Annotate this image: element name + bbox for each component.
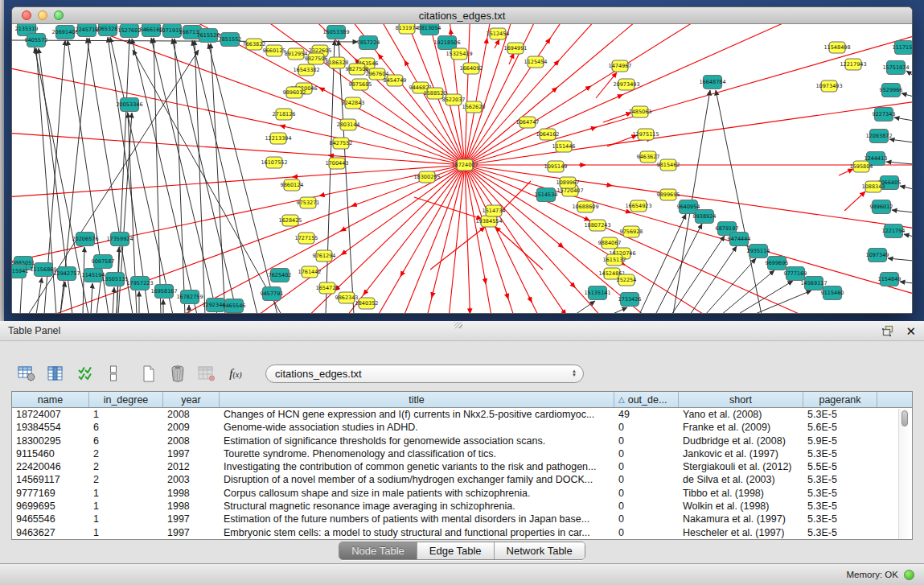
table-cell: 9463627 [12, 526, 89, 539]
graph-edge-black [889, 139, 912, 142]
graph-node-label: 20053346 [116, 101, 142, 108]
graph-node-label: 12217943 [840, 61, 866, 68]
graph-edge-black [737, 281, 793, 313]
table-cell: 19384554 [12, 421, 89, 434]
hub-ray-arrow [571, 282, 575, 287]
hub-ray-arrow [507, 293, 508, 299]
graph-edge-red [495, 39, 499, 48]
table-cell: 14569117 [12, 473, 89, 486]
hub-ray-arrow [555, 60, 559, 65]
network-canvas[interactable]: 2135319940557220691406224571910653287152… [12, 24, 912, 313]
table-cell: 2012 [163, 460, 220, 473]
traffic-lights [22, 10, 64, 20]
tab-edge-table[interactable]: Edge Table [417, 542, 494, 559]
graph-node-label: 1512454 [487, 31, 510, 37]
zoom-window-button[interactable] [54, 10, 64, 20]
hub-ray-arrow [340, 228, 346, 231]
graph-node-label: 12093872 [865, 133, 892, 139]
table-vertical-scrollbar[interactable] [898, 409, 910, 539]
column-header-name[interactable]: name [12, 392, 89, 407]
table-cell: 2 [89, 473, 163, 486]
hub-ray-arrow [450, 29, 451, 35]
table-cell: 9115460 [12, 447, 89, 460]
graph-node-label: 9753271 [297, 200, 320, 206]
table-selector-dropdown[interactable]: citations_edges.txt ▲▼ [265, 365, 584, 383]
column-header-short[interactable]: short [679, 392, 803, 407]
delete-table-button[interactable] [167, 364, 188, 383]
table-row[interactable]: 1938455462009Genome-wide association stu… [12, 421, 912, 434]
table-settings-button[interactable] [16, 364, 37, 383]
table-cell: Structural magnetic resonance image aver… [220, 500, 614, 513]
graph-node-label: 20206576 [72, 236, 98, 242]
table-row[interactable]: 946362711997Embryonic stem cells: a mode… [12, 526, 912, 539]
graph-edge-black [611, 307, 627, 313]
close-window-button[interactable] [22, 10, 31, 20]
table-cell: 0 [614, 487, 679, 500]
table-cell: 22420046 [12, 460, 89, 473]
table-panel-titlebar[interactable]: Table Panel ✕ [0, 321, 924, 341]
graph-node-label: 2803144 [337, 122, 360, 128]
tab-node-table[interactable]: Node Table [339, 542, 417, 559]
graph-node-label: 1562620 [462, 104, 486, 110]
table-row[interactable]: 969969511998Structural magnetic resonanc… [12, 500, 912, 513]
table-row[interactable]: 1872400712008Changes of HCN gene express… [12, 408, 912, 421]
table-row[interactable]: 911546021997Tourette syndrome. Phenomeno… [12, 447, 912, 460]
table-cell: 2008 [163, 435, 220, 447]
hub-ray-arrow [529, 297, 532, 303]
scrollbar-thumb[interactable] [901, 410, 908, 426]
network-window-titlebar[interactable]: citations_edges.txt [12, 7, 912, 24]
minimize-window-button[interactable] [38, 10, 47, 20]
float-panel-button[interactable] [882, 325, 894, 336]
column-header-title[interactable]: title [220, 392, 614, 407]
graph-node-label: 9242843 [342, 100, 365, 106]
column-header-in_degree[interactable]: in_degree [89, 392, 163, 407]
table-row[interactable]: 2242004622012Investigating the contribut… [12, 460, 912, 473]
column-visibility-button[interactable] [45, 364, 66, 383]
table-cell: 1997 [163, 513, 220, 525]
column-header-label: in_degree [104, 394, 149, 406]
close-panel-button[interactable]: ✕ [906, 325, 916, 337]
table-tab-bar: Node Table Edge Table Network Table [0, 542, 924, 560]
graph-node-label: 1628425 [279, 217, 302, 224]
column-header-out_de[interactable]: △out_de... [614, 392, 679, 407]
column-header-pagerank[interactable]: pagerank [803, 392, 877, 407]
hub-ray-arrow [584, 218, 589, 220]
split-resize-grip-icon[interactable] [454, 322, 462, 328]
table-cell: 2 [89, 447, 163, 460]
graph-edge-black [886, 162, 912, 164]
table-row[interactable]: 1830029562008Estimation of significance … [12, 435, 912, 447]
function-builder-button[interactable]: f(x) [225, 364, 246, 383]
new-table-button[interactable] [138, 364, 159, 383]
table-cell: 1997 [163, 447, 220, 460]
graph-node-label: 14569117 [800, 280, 827, 286]
hub-ray-arrow [378, 54, 382, 59]
graph-edge-red [495, 227, 543, 270]
hub-ray-arrow [363, 290, 368, 295]
table-row[interactable]: 977716911998Corpus callosum shape and si… [12, 487, 912, 500]
hub-ray-arrow [319, 195, 326, 196]
row-height-button[interactable] [103, 364, 124, 383]
select-rows-button[interactable] [74, 364, 95, 383]
table-cell: Corpus callosum shape and size in male p… [220, 487, 614, 500]
dropdown-stepper-icon: ▲▼ [572, 369, 577, 377]
column-header-year[interactable]: year [163, 392, 220, 407]
graph-node-label: 9699695 [766, 260, 789, 266]
table-row[interactable]: 1456911722003Disruption of a novel membe… [12, 473, 912, 486]
hub-ray-arrow [625, 211, 631, 212]
graph-node-label: 1840352 [355, 300, 379, 307]
graph-edge-black [904, 234, 912, 237]
tab-network-table[interactable]: Network Table [494, 542, 585, 559]
graph-node-label: 7857224 [357, 39, 380, 46]
graph-node-label: 1154849 [878, 276, 901, 282]
graph-node-label: 7625402 [269, 272, 292, 278]
table-cell: 5.6E-5 [803, 421, 877, 434]
table-cell: Stergiakouli et al. (2012) [679, 460, 803, 473]
graph-node-label: 1700443 [326, 160, 349, 167]
graph-node-label: 1474967 [609, 63, 632, 69]
split-pane-edge[interactable] [0, 0, 4, 321]
table-row[interactable]: 946554611997Estimation of the future num… [12, 513, 912, 525]
graph-node-label: 16782759 [176, 294, 203, 300]
hub-ray-arrow [405, 60, 408, 66]
column-header-label: short [729, 394, 752, 406]
import-table-button-disabled [196, 364, 217, 383]
